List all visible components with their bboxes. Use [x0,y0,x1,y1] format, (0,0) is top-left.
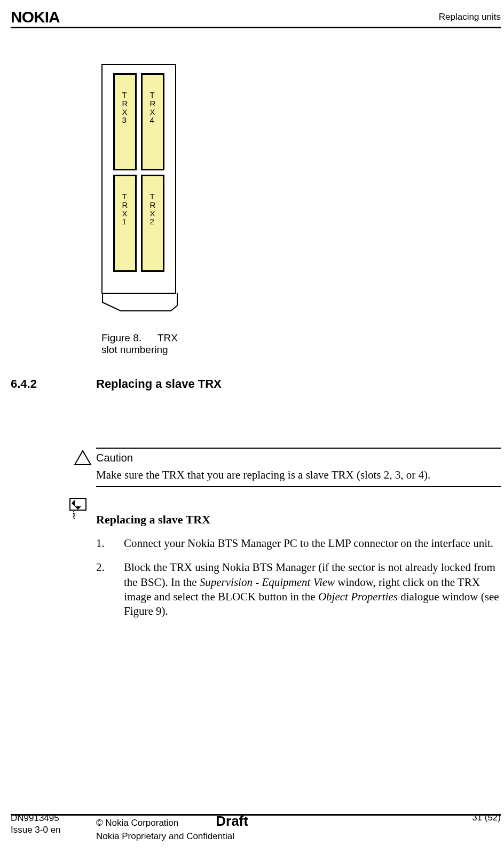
svg-text:3: 3 [73,517,75,519]
header-rule [11,27,501,28]
step-number: 1. [96,536,124,551]
brand-logo: NOKIA [11,8,60,26]
slot-trx3: TRX3 [113,73,137,170]
steps-title: Replacing a slave TRX [96,513,501,527]
footer-status: Draft [216,812,248,831]
step-number: 2. [96,560,124,619]
page: NOKIA Replacing units 6.4.2 Replacing a … [0,0,504,853]
steps-block: 1 2 3 Replacing a slave TRX 1. Connect y… [96,513,501,619]
chassis-foot [101,293,176,312]
caution-block: Caution Make sure the TRX that you are r… [96,448,501,487]
caution-rule-bot [96,486,501,487]
step-text: Block the TRX using Nokia BTS Manager (i… [124,560,501,619]
content-column: TRX3 TRX4 TRX1 TRX2 Figure 8.TRX slot nu… [96,64,501,628]
step-2: 2. Block the TRX using Nokia BTS Manager… [96,560,501,619]
caution-text: Make sure the TRX that you are replacing… [96,466,501,486]
step-text: Connect your Nokia BTS Manager PC to the… [124,536,501,551]
figure-caption: Figure 8.TRX slot numbering [101,332,192,356]
slot-trx4: TRX4 [141,73,164,170]
figure-label: Figure 8. [101,332,141,343]
caution-icon [74,450,92,468]
section-number: 6.4.2 [11,377,96,391]
chassis-outline: TRX3 TRX4 TRX1 TRX2 [101,64,176,294]
svg-marker-0 [75,451,91,465]
step-1: 1. Connect your Nokia BTS Manager PC to … [96,536,501,551]
footer: DN9913495 Issue 3-0 en © Nokia Corporati… [11,812,501,842]
footer-doc-id: DN9913495 [11,812,96,824]
footer-copyright: © Nokia Corporation [96,817,178,829]
steps-icon: 1 2 3 [69,498,86,521]
slot-trx2: TRX2 [141,175,164,272]
footer-page: 31 (52) [458,812,501,823]
footer-issue: Issue 3-0 en [11,824,96,836]
footer-confidential: Nokia Proprietary and Confidential [96,831,234,842]
slot-trx1: TRX1 [113,175,137,272]
figure-trx-slots: TRX3 TRX4 TRX1 TRX2 Figure 8.TRX slot nu… [101,64,192,356]
header-section-title: Replacing units [439,12,501,22]
caution-title: Caution [96,449,501,466]
